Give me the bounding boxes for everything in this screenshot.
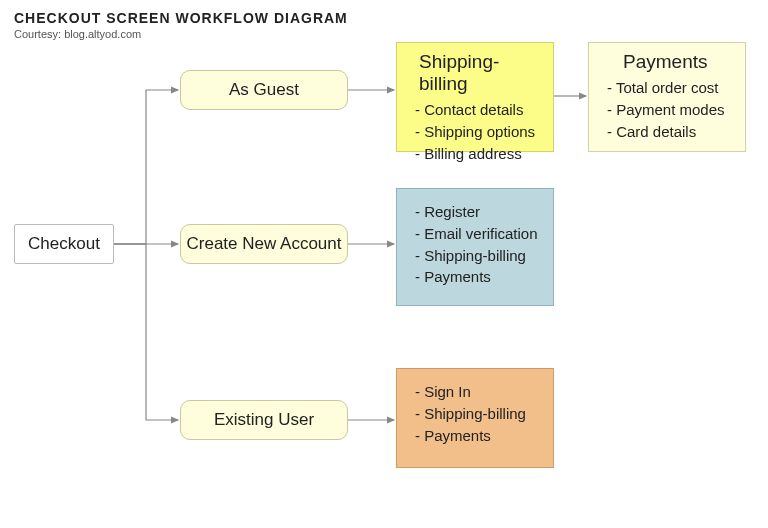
payments-title: Payments [623, 51, 733, 73]
node-existing-user-label: Existing User [214, 410, 314, 430]
list-item: - Shipping-billing [415, 245, 541, 267]
node-payments: Payments - Total order cost - Payment mo… [588, 42, 746, 152]
list-item: - Payments [415, 425, 541, 447]
list-item: - Email verification [415, 223, 541, 245]
node-checkout: Checkout [14, 224, 114, 264]
node-guest-label: As Guest [229, 80, 299, 100]
list-item: - Card details [607, 121, 733, 143]
create-list: - Register - Email verification - Shippi… [415, 201, 541, 288]
node-existing-user: Existing User [180, 400, 348, 440]
node-guest: As Guest [180, 70, 348, 110]
list-item: - Payments [415, 266, 541, 288]
shipping-list: - Contact details - Shipping options - B… [415, 99, 541, 164]
list-item: - Shipping options [415, 121, 541, 143]
node-shipping-billing: Shipping-billing - Contact details - Shi… [396, 42, 554, 152]
diagram-courtesy: Courtesy: blog.altyod.com [14, 28, 141, 40]
list-item: - Contact details [415, 99, 541, 121]
list-item: - Shipping-billing [415, 403, 541, 425]
list-item: - Billing address [415, 143, 541, 165]
list-item: - Payment modes [607, 99, 733, 121]
node-create-account-label: Create New Account [187, 234, 342, 254]
node-create-account: Create New Account [180, 224, 348, 264]
shipping-title: Shipping-billing [419, 51, 541, 95]
payments-list: - Total order cost - Payment modes - Car… [607, 77, 733, 142]
node-checkout-label: Checkout [28, 234, 100, 254]
node-existing-detail: - Sign In - Shipping-billing - Payments [396, 368, 554, 468]
diagram-title: CHECKOUT SCREEN WORKFLOW DIAGRAM [14, 10, 348, 26]
existing-list: - Sign In - Shipping-billing - Payments [415, 381, 541, 446]
node-create-detail: - Register - Email verification - Shippi… [396, 188, 554, 306]
list-item: - Total order cost [607, 77, 733, 99]
list-item: - Register [415, 201, 541, 223]
list-item: - Sign In [415, 381, 541, 403]
